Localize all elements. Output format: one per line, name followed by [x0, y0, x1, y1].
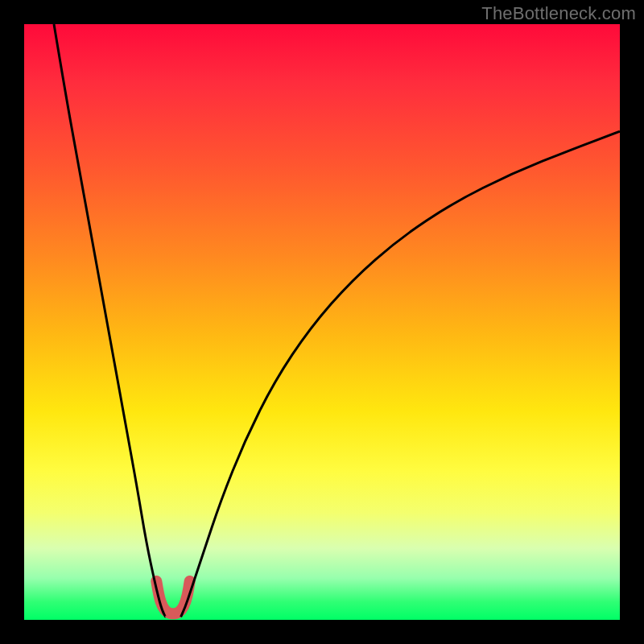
watermark-text: TheBottleneck.com: [481, 3, 636, 24]
curve-left-branch: [54, 24, 165, 617]
chart-svg: [24, 24, 620, 620]
curve-right-branch: [181, 131, 620, 617]
plot-area: [24, 24, 620, 620]
